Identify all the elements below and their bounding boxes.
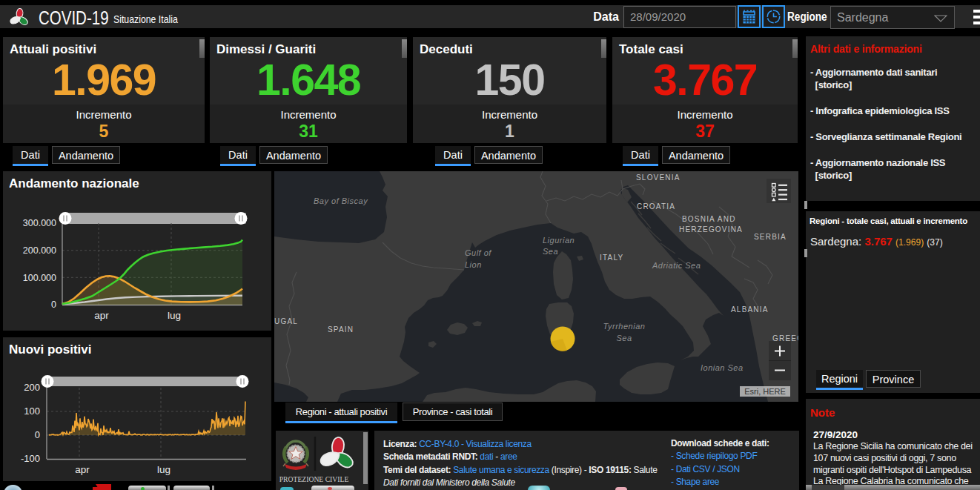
svg-text:Gulf of: Gulf of xyxy=(465,248,491,257)
svg-text:lug: lug xyxy=(168,310,181,321)
svg-text:200.000: 200.000 xyxy=(23,245,56,256)
svg-text:UGAL: UGAL xyxy=(274,317,298,325)
svg-text:Adriatic Sea: Adriatic Sea xyxy=(652,261,701,270)
svg-text:HERZEGOVINA: HERZEGOVINA xyxy=(679,225,743,234)
svg-text:Ligurian: Ligurian xyxy=(543,236,575,245)
svg-text:Ionian Sea: Ionian Sea xyxy=(701,363,744,372)
svg-text:0: 0 xyxy=(35,429,40,440)
svg-text:SPAIN: SPAIN xyxy=(328,325,354,334)
svg-text:ITALY: ITALY xyxy=(600,254,623,262)
svg-text:Tyrrhenian: Tyrrhenian xyxy=(603,322,646,331)
svg-text:SERBIA: SERBIA xyxy=(754,233,787,241)
svg-text:apr: apr xyxy=(94,310,109,321)
svg-text:Sea: Sea xyxy=(616,334,632,342)
svg-text:CROATIA: CROATIA xyxy=(637,202,675,211)
svg-text:100.000: 100.000 xyxy=(23,273,56,283)
svg-text:0: 0 xyxy=(51,299,56,310)
svg-text:BOSNIA AND: BOSNIA AND xyxy=(682,215,736,223)
svg-text:200: 200 xyxy=(24,382,40,393)
svg-text:ALBANIA: ALBANIA xyxy=(731,305,769,314)
svg-text:100: 100 xyxy=(24,405,40,417)
svg-text:Esri, HERE: Esri, HERE xyxy=(744,387,786,396)
svg-text:Bay of Biscay: Bay of Biscay xyxy=(314,196,368,205)
svg-text:apr: apr xyxy=(75,464,90,475)
svg-text:Sea: Sea xyxy=(543,247,558,256)
svg-text:-100: -100 xyxy=(21,453,40,464)
svg-text:300.000: 300.000 xyxy=(23,218,56,228)
svg-text:Lion: Lion xyxy=(465,260,482,269)
svg-text:SLOVENIA: SLOVENIA xyxy=(636,173,681,182)
svg-text:lug: lug xyxy=(157,464,170,475)
